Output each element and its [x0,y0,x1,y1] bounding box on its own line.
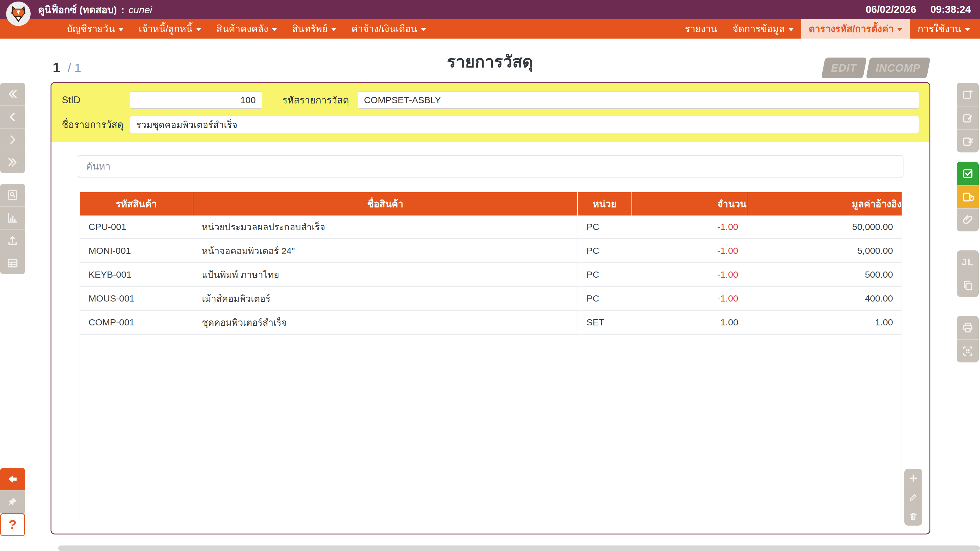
cell-name: แป้นพิมพ์ ภาษาไทย [193,263,578,286]
edit-status-badge: EDIT [821,57,867,78]
cell-value: 500.00 [747,263,902,286]
material-code-label: รหัสรายการวัสดุ [282,92,349,108]
attachment-button[interactable] [957,208,979,232]
next-record-button[interactable] [0,128,25,151]
menu-code-tables-settings[interactable]: ตารางรหัส/การตั้งค่า [801,19,910,38]
record-total: / 1 [68,61,81,75]
document-search-icon [6,189,19,201]
confirm-button[interactable] [957,162,979,185]
cell-qty: -1.00 [632,216,747,238]
chart-button[interactable] [0,206,25,229]
document-edit-icon [962,112,974,124]
preview-search-button[interactable] [0,184,25,206]
edit-document-button[interactable] [957,106,979,129]
col-header-unit[interactable]: หน่วย [578,192,632,216]
material-name-field[interactable] [130,116,919,133]
document-actions-toolbar [957,83,979,152]
col-header-product-code[interactable]: รหัสสินค้า [80,192,193,216]
previous-record-button[interactable] [0,105,25,128]
menu-label: สินทรัพย์ [292,21,328,37]
add-row-button[interactable] [904,468,922,487]
help-button[interactable]: ? [0,513,25,536]
cell-unit: PC [578,263,632,286]
print-button[interactable] [957,316,979,339]
caret-down-icon [421,28,426,31]
app-logo[interactable] [6,2,30,26]
trash-icon [908,511,918,522]
cell-value: 5,000.00 [747,240,902,262]
delete-row-button[interactable] [904,507,922,526]
cell-code: CPU-001 [80,216,193,238]
search-input[interactable] [78,155,904,178]
app-title: คูนิฟ็อกซ์ (ทดสอบ) : cunei [38,2,152,17]
journal-button[interactable]: JL [957,250,979,274]
qr-scan-button[interactable] [957,339,979,362]
printer-icon [962,321,974,333]
top-bar: คูนิฟ็อกซ์ (ทดสอบ) : cunei 06/02/2026 09… [0,0,980,19]
chevrons-left-icon [6,88,19,100]
col-header-reference-value[interactable]: มูลค่าอ้างอิง [747,192,902,216]
stid-field[interactable] [130,92,262,109]
table-header-row: รหัสสินค้า ชื่อสินค้า หน่วย จำนวน มูลค่า… [80,192,902,216]
journal-label: JL [961,257,974,268]
table-row[interactable]: COMP-001 ชุดคอมพิวเตอร์สำเร็จ SET 1.00 1… [80,311,902,335]
record-index: 1 [52,60,60,75]
output-toolbar [957,316,979,362]
main-menu-bar: บัญชีรายวัน เจ้าหนี้/ลูกหนี้ สินค้าคงคลั… [0,19,980,38]
cell-value: 50,000.00 [747,216,902,238]
menu-reports[interactable]: รายงาน [677,19,725,38]
back-arrow-icon [6,473,19,485]
cell-unit: PC [578,216,632,238]
cell-code: MONI-001 [80,240,193,262]
back-button[interactable] [0,468,25,491]
pin-button[interactable] [0,491,25,513]
table-row[interactable]: MONI-001 หน้าจอคอมพิวเตอร์ 24" PC -1.00 … [80,240,902,263]
menu-payables-receivables[interactable]: เจ้าหนี้/ลูกหนี้ [131,19,209,38]
caret-down-icon [965,28,970,31]
materials-table: รหัสสินค้า ชื่อสินค้า หน่วย จำนวน มูลค่า… [80,192,902,524]
caret-down-icon [196,28,201,31]
revert-button[interactable] [957,185,979,208]
pin-icon [6,496,19,508]
record-pagination: 1 / 1 [52,60,81,75]
delete-document-button[interactable] [957,129,979,152]
menu-inventory[interactable]: สินค้าคงคลัง [209,19,285,38]
menu-usage[interactable]: การใช้งาน [910,19,978,38]
current-date: 06/02/2026 [866,4,916,15]
caret-down-icon [272,28,277,31]
horizontal-scrollbar[interactable] [58,546,980,551]
edit-row-button[interactable] [904,487,922,507]
col-header-product-name[interactable]: ชื่อสินค้า [193,192,578,216]
upload-button[interactable] [0,229,25,252]
first-record-button[interactable] [0,83,25,105]
menu-left-group: บัญชีรายวัน เจ้าหนี้/ลูกหนี้ สินค้าคงคลั… [59,19,434,38]
menu-payroll[interactable]: ค่าจ้าง/เงินเดือน [344,19,434,38]
col-header-quantity[interactable]: จำนวน [632,192,747,216]
upload-icon [6,235,19,247]
add-document-button[interactable] [957,83,979,106]
chevron-right-icon [6,133,19,146]
help-label: ? [9,517,16,532]
menu-daily-accounts[interactable]: บัญชีรายวัน [59,19,131,38]
cell-name: เม้าส์คอมพิวเตอร์ [193,287,578,310]
table-row[interactable]: KEYB-001 แป้นพิมพ์ ภาษาไทย PC -1.00 500.… [80,263,902,287]
form-row-2: ชื่อรายการวัสดุ [62,116,919,133]
menu-data-management[interactable]: จัดการข้อมูล [725,19,801,38]
menu-label: บัญชีรายวัน [67,21,115,37]
table-row[interactable]: CPU-001 หน่วยประมวลผลประกอบสำเร็จ PC -1.… [80,216,902,240]
menu-label: การใช้งาน [918,21,961,37]
material-code-field[interactable] [358,92,919,109]
table-row[interactable]: MOUS-001 เม้าส์คอมพิวเตอร์ PC -1.00 400.… [80,287,902,311]
pencil-icon [908,492,918,503]
copy-icon [962,279,974,292]
chevron-left-icon [6,111,19,123]
cell-code: COMP-001 [80,311,193,333]
menu-assets[interactable]: สินทรัพย์ [285,19,344,38]
last-record-button[interactable] [0,151,25,173]
table-icon [6,257,19,269]
status-badges: EDIT INCOMP [823,57,929,78]
record-header-form: StID รหัสรายการวัสดุ ชื่อรายการวัสดุ [51,83,929,142]
data-table-button[interactable] [0,252,25,274]
form-row-1: StID รหัสรายการวัสดุ [62,92,919,109]
copy-button[interactable] [957,274,979,297]
